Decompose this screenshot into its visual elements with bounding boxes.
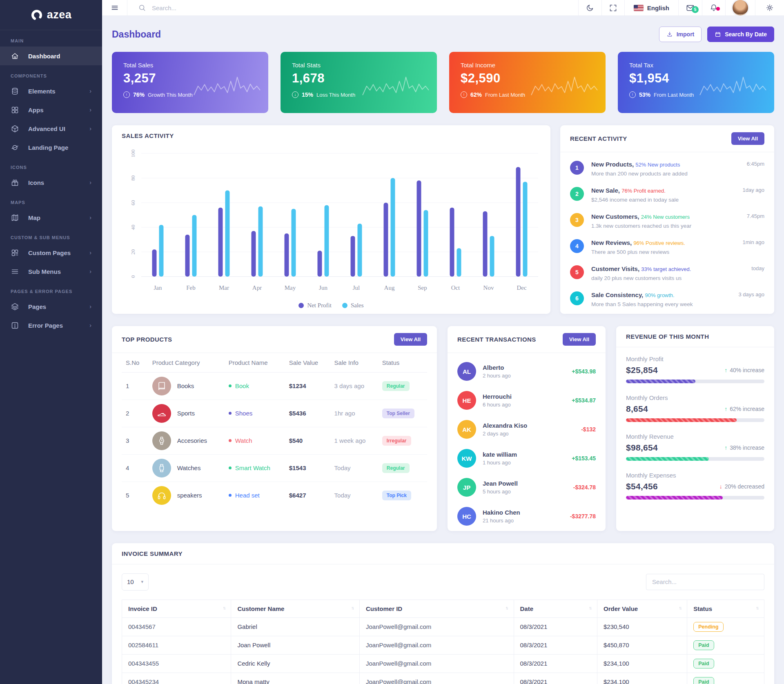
product-sno: 4: [122, 454, 148, 482]
customer-name: Gabriel: [231, 617, 360, 636]
recent-activity-view-all-button[interactable]: View All: [731, 132, 764, 145]
svg-text:0: 0: [130, 275, 136, 278]
activity-title: New Customers, 24% New customers: [591, 213, 747, 220]
svg-text:Jan: Jan: [154, 284, 162, 291]
top-products-header: Product Name: [225, 353, 285, 373]
invoice-sort-header[interactable]: Order Value↑↓: [597, 600, 687, 617]
stat-card-total-sales: Total Sales 3,257 ↑ 76% Growth This Mont…: [112, 52, 268, 113]
profile-button[interactable]: [725, 0, 755, 16]
activity-highlight: 33% target achieved.: [641, 266, 691, 272]
customer-name: Mona matty: [231, 673, 360, 684]
product-name[interactable]: Shoes: [235, 410, 253, 417]
sidebar-item-icons[interactable]: Icons ›: [0, 173, 102, 192]
app-logo[interactable]: azea: [0, 0, 102, 30]
activity-number-badge: 1: [570, 161, 584, 175]
us-flag-icon: [634, 5, 644, 11]
sidebar-item-label: Map: [28, 214, 40, 221]
search-by-date-button[interactable]: Search By Date: [707, 27, 774, 42]
stat-card-title: Total Sales: [123, 62, 257, 69]
status-dot: [229, 439, 232, 442]
page-title: Dashboard: [112, 29, 161, 40]
search-input[interactable]: [152, 4, 397, 11]
invoice-sort-header[interactable]: Invoice ID↑↓: [122, 600, 231, 617]
activity-item: 2 New Sale, 76% Profit earned. $2,546 in…: [560, 182, 774, 208]
menu-toggle-icon[interactable]: [102, 0, 127, 16]
import-button[interactable]: Import: [659, 27, 702, 42]
page-size-select[interactable]: 10 ▾: [122, 573, 149, 591]
sidebar-item-map[interactable]: Map ›: [0, 208, 102, 227]
customer-name: Cedric Kelly: [231, 654, 360, 673]
customer-id: JoanPowell@gmail.com: [360, 673, 514, 684]
caret-down-icon: ▾: [141, 579, 143, 584]
up-arrow-icon: ↑: [724, 444, 727, 451]
revenue-card: REVENUE OF THIS MONTH Monthly Profit $25…: [616, 326, 774, 531]
revenue-change: ↑38% increase: [724, 444, 764, 451]
sale-value: $5436: [285, 400, 330, 427]
svg-text:Mar: Mar: [219, 284, 229, 291]
invoice-sort-header[interactable]: Date↑↓: [514, 600, 597, 617]
dark-mode-toggle[interactable]: [578, 0, 601, 16]
activity-item: 3 New Customers, 24% New customers 1.3k …: [560, 208, 774, 234]
sidebar-item-pages[interactable]: Pages ›: [0, 297, 102, 316]
invoice-sort-header[interactable]: Customer ID↑↓: [360, 600, 514, 617]
invoice-sort-header[interactable]: Status↑↓: [687, 600, 764, 617]
sidebar-item-advanced-ui[interactable]: Advanced UI ›: [0, 119, 102, 138]
avatar: HC: [457, 507, 476, 526]
sidebar-item-dashboard[interactable]: Dashboard: [0, 47, 102, 65]
invoice-id: 004343455: [122, 654, 231, 673]
sidebar-item-apps[interactable]: Apps ›: [0, 100, 102, 119]
avatar: HE: [457, 391, 476, 410]
stat-card-caption: From Last Month: [654, 92, 694, 98]
chevron-right-icon: ›: [89, 322, 91, 329]
sidebar-item-label: Icons: [28, 179, 44, 186]
invoice-sort-header[interactable]: Customer Name↑↓: [231, 600, 360, 617]
transaction-item: JP Jean Powell 5 hours ago -$324.78: [448, 473, 606, 502]
alert-icon: [11, 321, 28, 330]
sidebar-item-landing-page[interactable]: Landing Page: [0, 138, 102, 157]
revenue-value: $98,654: [626, 443, 658, 453]
stat-card-title: Total Tax: [629, 62, 763, 69]
product-name[interactable]: Watch: [235, 437, 252, 444]
transaction-time: 1 hours ago: [483, 460, 572, 466]
messages-button[interactable]: 5: [678, 0, 702, 16]
svg-text:20: 20: [130, 249, 136, 255]
language-selector[interactable]: English: [624, 0, 678, 16]
svg-text:Nov: Nov: [483, 284, 494, 291]
sidebar-item-sub-menus[interactable]: Sub Menus ›: [0, 262, 102, 281]
chevron-right-icon: ›: [89, 303, 91, 310]
sidebar-item-custom-pages[interactable]: Custom Pages ›: [0, 243, 102, 262]
invoice-summary-card: INVOICE SUMMARY 10 ▾ Invoice ID↑↓Custome…: [112, 543, 774, 684]
notifications-button[interactable]: [702, 0, 725, 16]
order-value: $234,100: [597, 673, 687, 684]
settings-button[interactable]: [755, 0, 784, 16]
table-row: 4 Watches Smart Watch $1543 Today Regula…: [122, 454, 427, 482]
sort-icon: ↑↓: [756, 605, 758, 610]
chevron-right-icon: ›: [89, 107, 91, 113]
gift-icon: [11, 178, 28, 187]
activity-number-badge: 3: [570, 213, 584, 227]
sidebar-item-error-pages[interactable]: Error Pages ›: [0, 316, 102, 335]
sort-icon: ↑↓: [351, 605, 353, 610]
revenue-item: Monthly Orders 8,654 ↑62% increase: [626, 394, 764, 422]
recent-transactions-view-all-button[interactable]: View All: [563, 333, 596, 346]
down-arrow-icon: ↓: [292, 91, 298, 98]
transaction-name: Alexandra Kiso: [483, 422, 581, 429]
top-products-header: Product Category: [148, 353, 225, 373]
product-name[interactable]: Head set: [235, 492, 260, 499]
top-products-card: TOP PRODUCTS View All S.NoProduct Catego…: [112, 326, 437, 531]
top-products-view-all-button[interactable]: View All: [394, 333, 427, 346]
sidebar-item-elements[interactable]: Elements ›: [0, 82, 102, 100]
product-name[interactable]: Smart Watch: [235, 464, 270, 471]
smartwatch-icon: [152, 459, 171, 477]
page-size-value: 10: [127, 578, 134, 585]
product-name[interactable]: Book: [235, 382, 249, 389]
status-dot: [229, 494, 232, 497]
customer-id: JoanPowell@gmail.com: [360, 636, 514, 654]
activity-description: More than 5 Sales happening every week: [591, 301, 738, 307]
transaction-time: 21 hours ago: [483, 517, 570, 524]
fullscreen-button[interactable]: [601, 0, 624, 16]
sale-value: $540: [285, 427, 330, 454]
invoice-search-input[interactable]: [646, 574, 764, 590]
activity-time: 1day ago: [743, 187, 765, 203]
progress-bar: [626, 457, 764, 461]
